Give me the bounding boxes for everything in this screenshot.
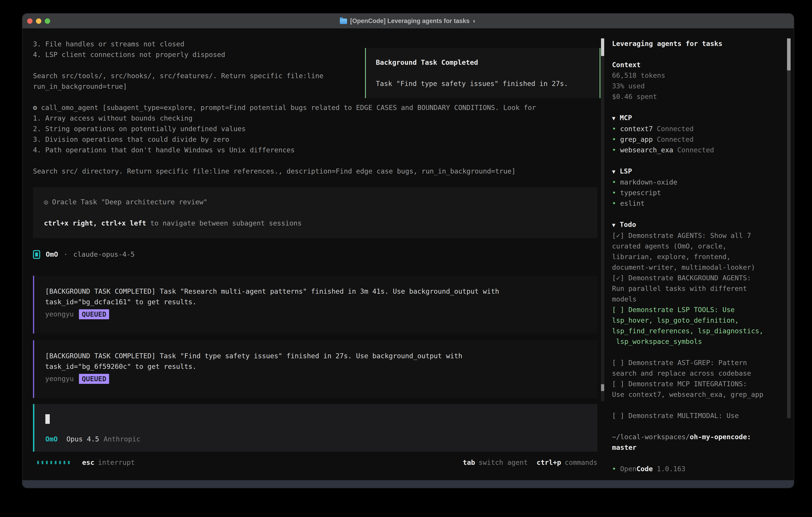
input-meta-row: OmO Opus 4.5 Anthropic [46, 434, 586, 444]
todo-item: [ ] Demonstrate AST-GREP: Pattern search… [612, 357, 768, 379]
todo-item: [ ] Demonstrate MULTIMODAL: Use [612, 410, 768, 421]
gear-icon: ⚙ [33, 104, 37, 112]
input-agent-name: OmO [46, 434, 58, 444]
agent-checkbox-icon [33, 250, 40, 259]
input-provider-name: Anthropic [104, 434, 140, 444]
chat-scrollbar-thumb-top[interactable] [601, 38, 604, 56]
dot-separator: · [63, 249, 67, 260]
oracle-task-panel: ◎Oracle Task "Deep architecture review" … [33, 187, 598, 238]
chat-scrollbar-track[interactable] [601, 38, 604, 401]
mcp-status: Connected [677, 145, 714, 155]
context-used: 33% used [612, 81, 768, 91]
esc-key-hint: esc [82, 457, 94, 468]
ctrlp-key-hint: ctrl+p [536, 457, 561, 468]
mcp-section: ▼MCP • context7 Connected • grep_app Con… [612, 113, 768, 155]
mcp-item: • context7 Connected [612, 124, 768, 134]
tool-call-message: ⚙call_omo_agent [subagent_type=explore, … [33, 102, 587, 176]
todo-item: [✓] Demonstrate BACKGROUND AGENTS: Run p… [612, 273, 768, 304]
status-dot-icon: • [612, 464, 616, 474]
todo-section-header[interactable]: ▼Todo [612, 219, 768, 230]
mcp-status: Connected [657, 124, 694, 134]
lsp-name: markdown-oxide [620, 177, 677, 188]
chat-pane: 3. File handles or streams not closed 4.… [22, 29, 607, 480]
mcp-item: • grep_app Connected [612, 134, 768, 145]
status-dot-icon: • [612, 124, 616, 134]
mcp-section-header[interactable]: ▼MCP [612, 113, 768, 124]
opencode-terminal-window: [OpenCode] Leveraging agents for tasks ◐… [22, 13, 794, 488]
lsp-item: • typescript [612, 188, 768, 198]
todo-item: [ ] Demonstrate MCP INTEGRATIONS: Use co… [612, 379, 768, 400]
window-title: [OpenCode] Leveraging agents for tasks [350, 18, 470, 25]
context-heading: Context [612, 60, 768, 70]
subagent-nav-hint: ctrl+x right, ctrl+x left to navigate be… [44, 218, 586, 228]
workspace-path: ~/local-workspaces/oh-my-opencode:master [612, 432, 772, 453]
lsp-section-header[interactable]: ▼LSP [612, 166, 768, 177]
prompt-input-line[interactable] [46, 413, 586, 424]
workspace-repo: oh-my-opencode: [690, 433, 751, 441]
context-tokens: 66,518 tokens [612, 70, 768, 81]
status-dot-icon: • [612, 177, 616, 188]
mcp-name: websearch_exa [620, 145, 673, 155]
todo-item: [ ] Demonstrate LSP TOOLS: Use lsp_hover… [612, 304, 768, 347]
agent-header: OmO · claude-opus-4-5 [33, 249, 607, 260]
lsp-name: eslint [620, 198, 644, 209]
agent-model: claude-opus-4-5 [73, 249, 135, 260]
hint-description: to navigate between subagent sessions [146, 219, 302, 227]
chevron-down-icon: ▼ [612, 222, 615, 228]
session-sidebar: Leveraging agents for tasks Context 66,5… [607, 29, 794, 480]
sidebar-scrollbar-thumb[interactable] [787, 38, 791, 71]
chevron-down-icon: ▼ [612, 168, 615, 175]
prompt-input[interactable]: OmO Opus 4.5 Anthropic [33, 404, 598, 452]
mcp-item: • websearch_exa Connected [612, 145, 768, 155]
minimize-window-button[interactable] [36, 19, 41, 24]
text-cursor [46, 414, 50, 424]
lsp-name: typescript [620, 188, 661, 198]
tab-key-hint: tab [463, 457, 475, 468]
task-author: yeongyu [45, 374, 74, 384]
task-author: yeongyu [45, 309, 74, 320]
window-title-group: [OpenCode] Leveraging agents for tasks ◐ [340, 18, 476, 25]
queued-status-badge: QUEUED [79, 374, 109, 384]
todo-item: [✓] Demonstrate AGENTS: Show all 7 curat… [612, 230, 768, 273]
app-version-row: • OpenCode 1.0.163 [612, 464, 686, 474]
task-message-text: [BACKGROUND TASK COMPLETED] Task "Find t… [45, 351, 586, 372]
chevron-down-icon: ▼ [612, 115, 615, 121]
zoom-window-button[interactable] [45, 19, 50, 24]
session-title: Leveraging agents for tasks [612, 38, 768, 49]
toast-title: Background Task Completed [376, 57, 590, 68]
esc-key-label: interrupt [98, 457, 135, 468]
workspace-branch: master [612, 442, 772, 453]
agent-name: OmO [46, 249, 58, 260]
status-dot-icon: • [612, 198, 616, 209]
lsp-item: • eslint [612, 198, 768, 209]
context-section: Context 66,518 tokens 33% used $0.46 spe… [612, 60, 768, 102]
folder-icon [340, 19, 347, 24]
toast-body: Task "Find type safety issues" finished … [376, 78, 590, 89]
activity-dots-indicator [37, 461, 70, 464]
queued-status-badge: QUEUED [79, 309, 109, 319]
title-bar: [OpenCode] Leveraging agents for tasks ◐ [22, 13, 794, 29]
ctrlp-key-label: commands [564, 457, 598, 468]
window-bottom-bar [22, 480, 794, 488]
tool-call-text: call_omo_agent [subagent_type=explore, p… [33, 104, 536, 175]
workspace-path-prefix: ~/local-workspaces/ [612, 433, 690, 441]
input-model-name: Opus 4.5 [66, 434, 99, 444]
chat-scrollbar-thumb-bottom[interactable] [601, 384, 604, 391]
mcp-name: context7 [620, 124, 653, 134]
todo-section: ▼Todo [✓] Demonstrate AGENTS: Show all 7… [612, 219, 768, 421]
oracle-icon: ◎ [44, 198, 48, 206]
oracle-panel-title-row: ◎Oracle Task "Deep architecture review" [44, 197, 586, 207]
oracle-panel-title: Oracle Task "Deep architecture review" [52, 198, 207, 206]
mcp-name: grep_app [620, 134, 653, 145]
lsp-item: • markdown-oxide [612, 177, 768, 188]
sidebar-scrollbar-track[interactable] [787, 38, 791, 418]
app-version-number: 1.0.163 [657, 464, 685, 474]
hint-keybindings: ctrl+x right, ctrl+x left [44, 219, 146, 227]
tab-key-label: switch agent [479, 457, 528, 468]
status-dot-icon: • [612, 134, 616, 145]
window-controls [27, 13, 50, 28]
mcp-status: Connected [657, 134, 694, 145]
close-window-button[interactable] [27, 19, 33, 24]
background-task-toast[interactable]: Background Task Completed Task "Find typ… [365, 48, 601, 98]
lsp-section: ▼LSP • markdown-oxide • typescript • esl… [612, 166, 768, 209]
